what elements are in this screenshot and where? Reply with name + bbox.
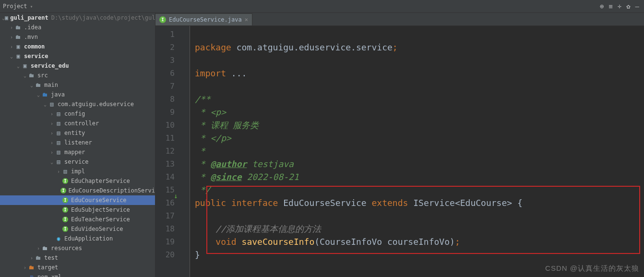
tree-node[interactable]: ⌄🖿src — [0, 71, 155, 80]
chevron-icon[interactable]: ⌄ — [22, 73, 28, 78]
line-gutter: 12367891011121314151617181920 — [155, 26, 183, 277]
line-number: 2 — [155, 41, 175, 54]
node-label: java — [51, 91, 65, 98]
tree-node[interactable]: ⌄▣service — [0, 51, 155, 61]
line-number: 9 — [155, 106, 175, 119]
node-label: EduSubjectService — [71, 206, 130, 213]
chevron-icon[interactable]: › — [9, 44, 14, 49]
tree-node[interactable]: ›🖿target — [0, 263, 155, 272]
chevron-icon[interactable]: › — [49, 150, 55, 155]
node-label: .mvn — [24, 34, 38, 40]
tree-node[interactable]: IEduSubjectService — [0, 205, 155, 215]
node-label: .idea — [24, 24, 41, 31]
node-label: EduCourseDescriptionServi — [68, 187, 155, 194]
node-label: target — [37, 264, 58, 271]
tree-node[interactable]: ›🖿test — [0, 253, 155, 263]
chevron-icon[interactable]: › — [49, 131, 55, 136]
tree-node[interactable]: ⌄▤com.atguigu.eduservice — [0, 99, 155, 109]
tree-node[interactable]: ›▤entity — [0, 128, 155, 138]
chevron-icon[interactable]: ⌄ — [15, 63, 21, 69]
chevron-icon[interactable]: › — [9, 35, 14, 40]
node-hint: D:\study\java\code\project\guli_parent — [51, 14, 155, 21]
tree-node[interactable]: IEduCourseDescriptionServi — [0, 186, 155, 195]
project-toolbar: Project ▾ ⊕ ≡ ÷ ✿ — — [0, 0, 644, 13]
chevron-icon[interactable]: ⌄ — [9, 54, 14, 59]
node-label: EduTeacherService — [71, 216, 130, 223]
chevron-icon[interactable]: › — [49, 140, 55, 145]
tree-node[interactable]: ⌄▣guli_parentD:\study\java\code\project\… — [0, 13, 155, 23]
tree-node[interactable]: IEduCourseService — [0, 195, 155, 205]
tab-label: EduCourseService.java — [169, 16, 242, 23]
tree-node[interactable]: ⌄▤service — [0, 157, 155, 167]
file-tab[interactable]: I EduCourseService.java × — [155, 13, 252, 25]
chevron-icon[interactable]: › — [29, 255, 35, 261]
node-label: EduApplication — [64, 235, 113, 242]
tree-node[interactable]: ›🖿resources — [0, 243, 155, 253]
project-tree[interactable]: ⌄▣guli_parentD:\study\java\code\project\… — [0, 13, 155, 277]
tree-node[interactable]: mpom.xml — [0, 272, 155, 277]
gutter-implements-icon[interactable]: I ↓ — [173, 192, 178, 200]
select-opened-file-icon[interactable]: ⊕ — [600, 2, 604, 10]
chevron-icon[interactable]: › — [56, 169, 61, 174]
node-label: EduChapterService — [71, 178, 130, 184]
line-number: 20 — [155, 248, 175, 261]
tree-node[interactable]: ⌄▣service_edu — [0, 61, 155, 71]
chevron-icon[interactable]: › — [36, 246, 41, 251]
line-number: 11 — [155, 132, 175, 145]
tree-node[interactable]: IEduTeacherService — [0, 215, 155, 224]
node-label: entity — [64, 130, 85, 136]
code-editor[interactable]: 12367891011121314151617181920 package co… — [155, 26, 644, 277]
tree-node[interactable]: ⌄🖿java — [0, 90, 155, 99]
tree-node[interactable]: IEduChapterService — [0, 176, 155, 186]
node-label: src — [37, 72, 48, 79]
line-number: 8 — [155, 93, 175, 106]
main-area: ⌄▣guli_parentD:\study\java\code\project\… — [0, 13, 644, 277]
chevron-icon[interactable]: ⌄ — [29, 83, 35, 88]
interface-icon: I — [159, 16, 166, 23]
fold-column[interactable] — [183, 26, 190, 277]
toolbar-left: Project ▾ — [3, 3, 33, 10]
project-tool-window-title[interactable]: Project — [3, 3, 27, 10]
node-label: service — [64, 158, 89, 165]
line-number: 10 — [155, 119, 175, 132]
chevron-icon[interactable]: ⌄ — [42, 102, 48, 107]
tree-node[interactable]: ›▣common — [0, 42, 155, 51]
line-number: 19 — [155, 235, 175, 248]
tree-node[interactable]: ⌄🖿main — [0, 80, 155, 90]
editor-tabs: I EduCourseService.java × — [155, 13, 644, 26]
node-label: test — [44, 254, 58, 261]
tree-node[interactable]: ›🖿.idea — [0, 23, 155, 32]
tree-node[interactable]: ›▤impl — [0, 167, 155, 176]
expand-all-icon[interactable]: ≡ — [608, 2, 612, 10]
close-icon[interactable]: × — [245, 16, 248, 23]
line-number: 16 — [155, 196, 175, 209]
tree-node[interactable]: ›▤mapper — [0, 147, 155, 157]
tree-node[interactable]: ›▤listener — [0, 138, 155, 147]
chevron-icon[interactable]: › — [49, 111, 55, 117]
toolbar-right: ⊕ ≡ ÷ ✿ — — [600, 2, 641, 10]
line-number: 14 — [155, 170, 175, 183]
dropdown-icon[interactable]: ▾ — [30, 4, 33, 9]
node-label: listener — [64, 139, 92, 146]
line-number: 6 — [155, 67, 175, 80]
hide-icon[interactable]: — — [635, 2, 639, 10]
node-label: config — [64, 110, 85, 117]
line-number: 7 — [155, 80, 175, 93]
chevron-icon[interactable]: › — [22, 265, 28, 270]
settings-gear-icon[interactable]: ✿ — [626, 2, 630, 10]
code-content[interactable]: package com.atguigu.eduservice.service; … — [190, 26, 644, 277]
chevron-icon[interactable]: ⌄ — [49, 159, 55, 165]
tree-node[interactable]: ›▤config — [0, 109, 155, 119]
tree-node[interactable]: IEduVideoService — [0, 224, 155, 234]
line-number: 3 — [155, 54, 175, 67]
node-label: impl — [71, 168, 85, 175]
chevron-icon[interactable]: › — [9, 25, 14, 30]
chevron-icon[interactable]: › — [49, 121, 55, 126]
collapse-all-icon[interactable]: ÷ — [618, 2, 621, 10]
tree-node[interactable]: ›🖿.mvn — [0, 32, 155, 42]
tree-node[interactable]: ◉EduApplication — [0, 234, 155, 243]
node-label: common — [24, 43, 45, 50]
tree-node[interactable]: ›▤controller — [0, 119, 155, 128]
line-number: 1 — [155, 28, 175, 41]
chevron-icon[interactable]: ⌄ — [36, 92, 41, 97]
